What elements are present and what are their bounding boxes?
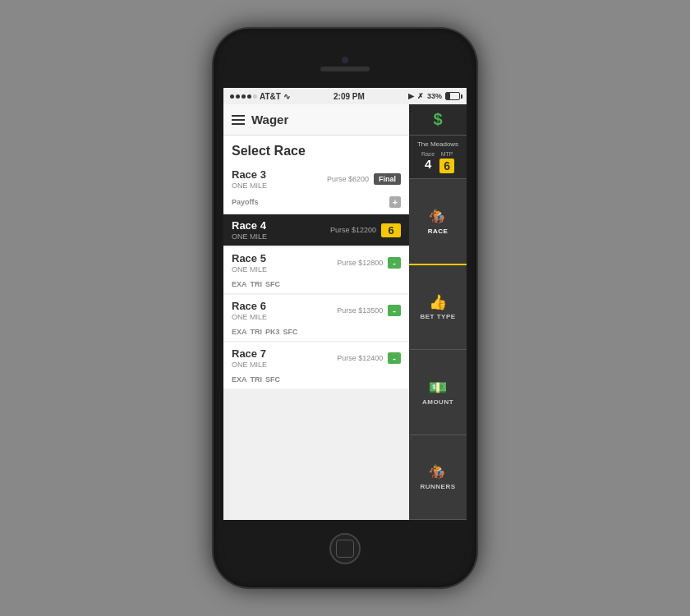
race-tags: EXA TRI SFC (223, 278, 409, 293)
sidebar-venue-info: The Meadows Race 4 MTP 6 (409, 136, 467, 179)
race-header: Race 3 ONE MILE Purse $6200 Final (223, 163, 409, 195)
sidebar-nav-race[interactable]: 🏇 RACE (409, 179, 467, 265)
phone: AT&T ∿ 2:09 PM ▶ ✗ 33% (214, 29, 476, 587)
top-bezel (223, 39, 467, 88)
screen: AT&T ∿ 2:09 PM ▶ ✗ 33% (223, 88, 467, 520)
race-name: Race 4 (232, 219, 267, 232)
race-number: 4 (425, 157, 431, 171)
right-sidebar: $ The Meadows Race 4 MTP 6 (409, 104, 467, 520)
race-distance: ONE MILE (232, 313, 267, 321)
plus-icon[interactable]: + (389, 196, 401, 208)
status-left: AT&T ∿ (230, 92, 290, 101)
minus-badge: - (388, 257, 401, 269)
nav-bar: Wager (223, 104, 409, 136)
section-title: Select Race (223, 136, 409, 163)
runners-icon: 🏇 (429, 463, 447, 481)
wifi-icon: ∿ (283, 92, 290, 101)
race-name: Race 6 (232, 300, 267, 312)
race-item[interactable]: Race 6 ONE MILE Purse $13500 - EXA (223, 295, 409, 341)
horse-racing-icon: 🏇 (429, 208, 447, 226)
app-content: Wager Select Race Race 3 ONE MILE (223, 104, 467, 520)
home-button-inner (336, 540, 354, 558)
race-tags: EXA TRI PK3 SFC (223, 326, 409, 341)
purse-text: Purse $13500 (337, 306, 383, 315)
battery-icon (445, 92, 460, 100)
minus-badge: - (388, 352, 401, 364)
race-distance: ONE MILE (232, 361, 267, 369)
sidebar-nav-amount[interactable]: 💵 AMOUNT (409, 350, 467, 435)
race-label-col: Race 4 (421, 151, 435, 171)
mtp-badge: 6 (439, 159, 454, 173)
amount-nav-label: AMOUNT (422, 398, 453, 406)
race-tags: EXA TRI SFC (223, 374, 409, 388)
race-header: Race 6 ONE MILE Purse $13500 - (223, 295, 409, 326)
final-badge: Final (374, 173, 401, 185)
purse-text: Purse $12800 (337, 259, 383, 267)
race-mtp-row: Race 4 MTP 6 (412, 151, 463, 173)
dollar-button[interactable]: $ (409, 104, 467, 136)
race-item[interactable]: Race 7 ONE MILE Purse $12400 - EXA (223, 342, 409, 388)
bottom-bezel (223, 520, 467, 577)
money-icon: 💵 (429, 379, 447, 397)
purse-text: Purse $6200 (327, 175, 369, 183)
battery-fill (446, 93, 450, 99)
bet-type-nav-label: BET TYPE (420, 313, 455, 320)
left-panel: Wager Select Race Race 3 ONE MILE (223, 104, 409, 520)
race-distance: ONE MILE (232, 232, 267, 241)
race-name: Race 5 (232, 252, 267, 264)
status-bar: AT&T ∿ 2:09 PM ▶ ✗ 33% (223, 88, 467, 104)
signal-dots (230, 94, 257, 99)
race-nav-label: RACE (428, 228, 448, 235)
purse-text: Purse $12400 (337, 354, 383, 362)
race-distance: ONE MILE (232, 182, 267, 190)
speaker (320, 67, 370, 71)
sidebar-nav-bet-type[interactable]: 👍 BET TYPE (409, 265, 467, 351)
camera (342, 57, 348, 63)
time-display: 2:09 PM (334, 92, 365, 101)
race-distance: ONE MILE (232, 265, 267, 274)
status-right: ▶ ✗ 33% (408, 92, 460, 100)
carrier-text: AT&T (260, 92, 281, 101)
nav-title: Wager (251, 113, 288, 126)
sidebar-nav-runners[interactable]: 🏇 RUNNERS (409, 435, 467, 521)
race-header: Race 7 ONE MILE Purse $12400 - (223, 342, 409, 374)
race-name: Race 7 (232, 347, 267, 360)
phone-inner: AT&T ∿ 2:09 PM ▶ ✗ 33% (223, 39, 467, 577)
race-list[interactable]: Race 3 ONE MILE Purse $6200 Final Payoff… (223, 163, 409, 520)
runners-nav-label: RUNNERS (420, 483, 455, 490)
home-button[interactable] (329, 533, 361, 564)
race-item[interactable]: Race 3 ONE MILE Purse $6200 Final Payoff… (223, 163, 409, 213)
purse-text: Purse $12200 (330, 226, 376, 234)
mtp-label: MTP (441, 151, 453, 157)
payoffs-tag: Payoffs (232, 198, 259, 206)
location-icon: ▶ (408, 92, 414, 100)
bluetooth-icon: ✗ (417, 92, 424, 100)
mtp-label-col: MTP 6 (439, 151, 454, 173)
race-tags: Payoffs + (223, 195, 409, 213)
dollar-icon: $ (433, 110, 442, 129)
minus-badge: - (388, 305, 401, 316)
race-name: Race 3 (232, 168, 267, 181)
race-label: Race (421, 151, 435, 157)
race-header: Race 5 ONE MILE Purse $12800 - (223, 247, 409, 278)
thumbs-up-icon: 👍 (429, 293, 447, 311)
race-header: Race 4 ONE MILE Purse $12200 6 (223, 214, 409, 246)
race-item-active[interactable]: Race 4 ONE MILE Purse $12200 6 (223, 214, 409, 246)
venue-text: The Meadows (412, 140, 463, 148)
race-item[interactable]: Race 5 ONE MILE Purse $12800 - EXA (223, 247, 409, 293)
number-badge: 6 (381, 223, 401, 237)
battery-percent: 33% (427, 92, 442, 100)
hamburger-button[interactable] (232, 115, 245, 125)
